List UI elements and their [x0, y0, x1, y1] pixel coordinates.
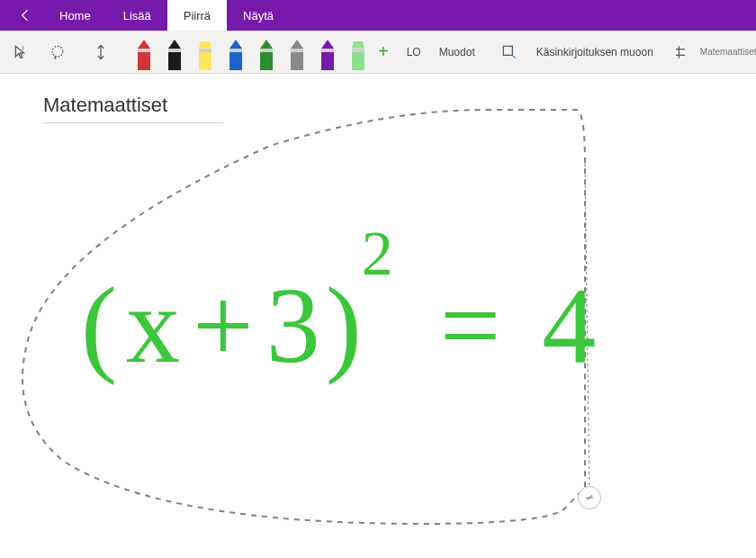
tab-draw[interactable]: Piirrä [167, 0, 227, 31]
pen-body [230, 52, 242, 70]
highlighter-yellow[interactable] [193, 34, 218, 70]
lasso-icon [49, 43, 67, 61]
pen-nib-icon [260, 40, 273, 49]
ink-to-text-button[interactable]: Käsinkirjoituksen muoon [529, 34, 661, 70]
back-button[interactable] [7, 0, 43, 31]
select-tool[interactable]: I [5, 34, 38, 70]
note-canvas[interactable]: Matemaattiset ( x + 3 ) 2 = 4 [0, 74, 756, 558]
pen-gallery [128, 34, 374, 70]
eq-equals: = [440, 272, 507, 380]
pen-red[interactable] [131, 34, 157, 70]
pencil-grey[interactable] [284, 34, 310, 70]
pan-tool[interactable] [85, 34, 117, 70]
tab-view[interactable]: Näytä [227, 0, 290, 31]
pen-nib-icon [230, 40, 242, 49]
tab-insert[interactable]: Lisää [107, 0, 167, 31]
ink-to-text-label: Käsinkirjoituksen muoon [536, 46, 653, 58]
pen-nib-icon [199, 41, 212, 49]
pen-purple[interactable] [315, 34, 340, 70]
eq-three: 3 [266, 272, 326, 380]
tab-view-label: Näytä [243, 9, 274, 22]
ink-to-math-button[interactable] [664, 34, 697, 70]
lasso-close-icon [583, 491, 596, 504]
draw-toolbar: I + LO Muodot Käsinkirjoituksen muoon [0, 31, 756, 74]
math-icon [671, 43, 689, 61]
highlighter-green[interactable] [346, 34, 371, 70]
eq-four: 4 [542, 272, 601, 380]
pen-body [352, 52, 364, 70]
ink-to-shape-button[interactable] [493, 34, 526, 70]
pen-nib-icon [168, 40, 181, 49]
pen-blue[interactable] [223, 34, 248, 70]
plus-icon: + [378, 41, 389, 61]
pen-body [199, 52, 212, 70]
tab-draw-label: Piirrä [184, 9, 211, 22]
tab-home-label: Home [59, 9, 91, 22]
eq-lparen: ( [81, 272, 122, 380]
pen-body [321, 52, 334, 70]
tab-home[interactable]: Home [43, 0, 107, 31]
svg-rect-3 [503, 46, 512, 55]
cursor-text-icon: I [13, 43, 31, 61]
svg-text:I: I [22, 43, 24, 51]
tab-insert-label: Lisää [123, 9, 151, 22]
eq-rparen: ) [326, 272, 367, 380]
eq-x: x [126, 272, 185, 380]
chevron-left-icon [16, 6, 34, 24]
pen-green[interactable] [254, 34, 279, 70]
ink-shape-icon [500, 43, 518, 61]
pan-icon [92, 43, 110, 61]
math-label: Matemaattiset [700, 47, 756, 57]
lo-label: LO [407, 46, 421, 58]
pen-body [291, 52, 303, 70]
add-pen-button[interactable]: + [378, 41, 389, 62]
page-title[interactable]: Matemaattiset [43, 94, 223, 123]
lasso-handle[interactable] [578, 486, 601, 509]
lo-button[interactable]: LO [400, 34, 428, 70]
pen-body [138, 52, 150, 70]
lasso-tool[interactable] [41, 34, 74, 70]
svg-point-1 [52, 46, 63, 57]
pen-nib-icon [352, 41, 364, 49]
eq-plus: + [193, 272, 259, 380]
shapes-button[interactable]: Muodot [432, 34, 482, 70]
ink-equation[interactable]: ( x + 3 ) 2 = 4 [81, 209, 729, 443]
pen-body [260, 52, 273, 70]
eq-exponent: 2 [362, 222, 399, 285]
pen-nib-icon [321, 40, 334, 49]
ribbon-tabs: Home Lisää Piirrä Näytä [0, 0, 756, 31]
pen-body [168, 52, 181, 70]
pen-nib-icon [291, 40, 303, 49]
pen-nib-icon [138, 40, 150, 49]
pen-black[interactable] [162, 34, 187, 70]
shapes-label: Muodot [439, 46, 475, 58]
